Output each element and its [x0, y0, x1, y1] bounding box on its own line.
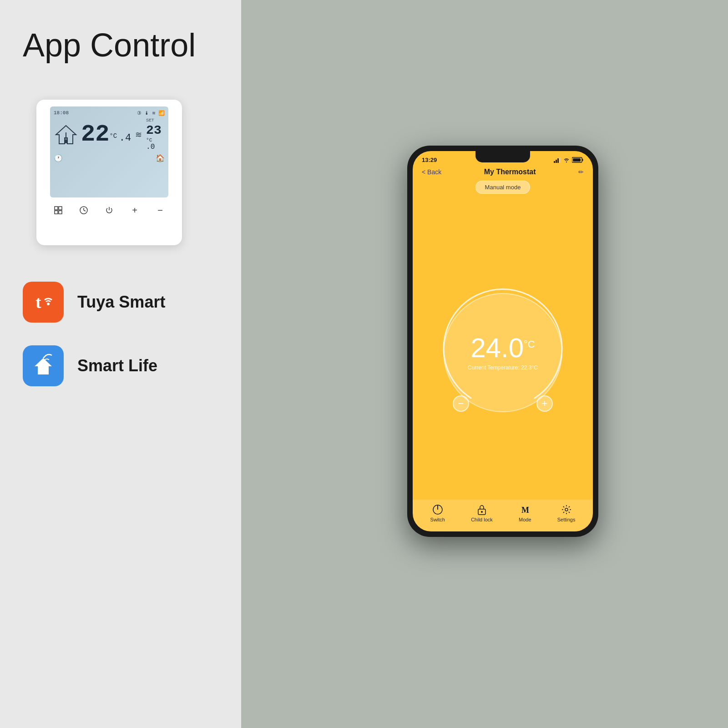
power-button[interactable]: [101, 202, 117, 218]
nav-settings[interactable]: Settings: [557, 504, 576, 522]
svg-text:M: M: [521, 506, 529, 515]
svg-rect-19: [573, 158, 581, 162]
svg-rect-14: [556, 160, 557, 163]
temp-big: 22: [81, 121, 109, 148]
clock-icon: 🕐: [54, 154, 63, 162]
nav-switch-label: Switch: [430, 517, 445, 522]
svg-rect-18: [582, 159, 583, 161]
thermostat-screen: 18:08 ③ 🌡 ≋ 📶 22°C .4 ≋: [50, 106, 168, 197]
temp-unit-current: °C: [109, 132, 117, 139]
temp-decrease-button[interactable]: −: [453, 395, 469, 412]
svg-point-26: [565, 508, 568, 511]
lock-icon: [477, 504, 487, 515]
back-button[interactable]: < Back: [422, 168, 441, 176]
status-icons: [554, 157, 584, 163]
svg-rect-6: [59, 211, 62, 214]
settings-icon: [561, 504, 572, 515]
nav-child-lock[interactable]: Child lock: [471, 504, 493, 522]
app-title: My Thermostat: [441, 168, 578, 176]
house-icon: [54, 123, 79, 146]
thermostat-main-row: 22°C .4 ≋ SET 23°C.0: [54, 118, 165, 151]
nav-child-lock-label: Child lock: [471, 517, 493, 522]
minus-symbol: −: [458, 399, 464, 409]
battery-icon: [572, 157, 584, 163]
nav-mode-label: Mode: [519, 517, 531, 522]
temp-set: 23: [146, 123, 162, 137]
svg-rect-3: [55, 207, 58, 210]
menu-button[interactable]: [50, 202, 66, 218]
minus-button[interactable]: −: [152, 202, 168, 218]
svg-text:t: t: [35, 293, 41, 312]
plus-symbol: +: [542, 399, 548, 409]
mode-badge-container: Manual mode: [413, 181, 593, 201]
plus-button[interactable]: +: [126, 202, 143, 218]
left-panel: App Control 18:08 ③ 🌡 ≋ 📶 22°C .4: [0, 0, 241, 728]
svg-line-9: [84, 210, 86, 211]
page-title: App Control: [23, 27, 196, 63]
mode-badge[interactable]: Manual mode: [475, 181, 531, 194]
edit-button[interactable]: ✏: [578, 168, 584, 176]
switch-icon: [432, 504, 443, 515]
svg-rect-4: [59, 207, 62, 210]
brand-section: t Tuya Smart Smart Life: [23, 282, 165, 386]
svg-rect-15: [557, 158, 559, 163]
smartlife-brand-item: Smart Life: [23, 345, 165, 386]
svg-rect-13: [554, 161, 555, 163]
flame-icon: ≋: [135, 130, 142, 140]
temperature-display: 24.0°C Current Temperature: 22.3°C − +: [413, 205, 593, 500]
right-panel: 13:29: [241, 0, 728, 728]
child-lock-icon: 🏠: [156, 154, 165, 162]
svg-marker-12: [35, 358, 52, 374]
heating-indicator: ≋: [135, 130, 142, 140]
temp-ring: 24.0°C Current Temperature: 22.3°C − +: [435, 284, 571, 421]
set-label: SET: [146, 118, 154, 122]
tuya-brand-name: Tuya Smart: [77, 293, 165, 312]
thermostat-icons: ③ 🌡 ≋ 📶: [137, 110, 165, 116]
temp-unit-set: °C: [146, 137, 152, 143]
phone-notch: [475, 151, 530, 162]
svg-point-11: [47, 303, 50, 305]
bottom-nav: Switch Child lock M: [413, 500, 593, 531]
status-time: 13:29: [422, 157, 437, 163]
smartlife-logo: [23, 345, 64, 386]
phone-outer: 13:29: [407, 146, 598, 537]
thermostat-time: 18:08: [54, 110, 69, 116]
tuya-brand-item: t Tuya Smart: [23, 282, 165, 323]
set-temp-display: SET 23°C.0: [146, 118, 162, 151]
thermostat-top-row: 18:08 ③ 🌡 ≋ 📶: [54, 110, 165, 116]
thermostat-buttons: + −: [43, 197, 175, 218]
phone-screen: 13:29: [413, 151, 593, 531]
thermostat-bottom-row: 🕐 🏠: [54, 154, 165, 162]
temp-set-decimal: .0: [146, 143, 155, 151]
app-header: < Back My Thermostat ✏: [413, 166, 593, 181]
svg-point-2: [64, 140, 68, 143]
svg-rect-5: [55, 211, 58, 214]
temp-current-display: 22°C .4: [81, 123, 131, 147]
nav-switch[interactable]: Switch: [430, 504, 445, 522]
nav-settings-label: Settings: [557, 517, 576, 522]
tuya-logo-icon: t: [31, 290, 56, 314]
grid-icon: [54, 206, 63, 215]
power-icon: [105, 206, 114, 215]
tuya-logo: t: [23, 282, 64, 323]
svg-point-24: [481, 511, 483, 513]
temp-increase-button[interactable]: +: [536, 395, 553, 412]
svg-point-20: [444, 293, 562, 412]
svg-rect-16: [559, 157, 561, 163]
temp-decimal-current: .4: [119, 132, 131, 144]
wifi-status-icon: [563, 157, 570, 163]
mode-icon: M: [520, 504, 531, 515]
thermostat-device: 18:08 ③ 🌡 ≋ 📶 22°C .4 ≋: [36, 100, 182, 245]
clock-button[interactable]: [76, 202, 92, 218]
phone-container: 13:29: [407, 146, 598, 537]
signal-icon: [554, 157, 561, 163]
nav-mode[interactable]: M Mode: [519, 504, 531, 522]
clock-btn-icon: [79, 206, 88, 215]
smartlife-logo-icon: [31, 354, 56, 378]
smartlife-brand-name: Smart Life: [77, 356, 157, 375]
